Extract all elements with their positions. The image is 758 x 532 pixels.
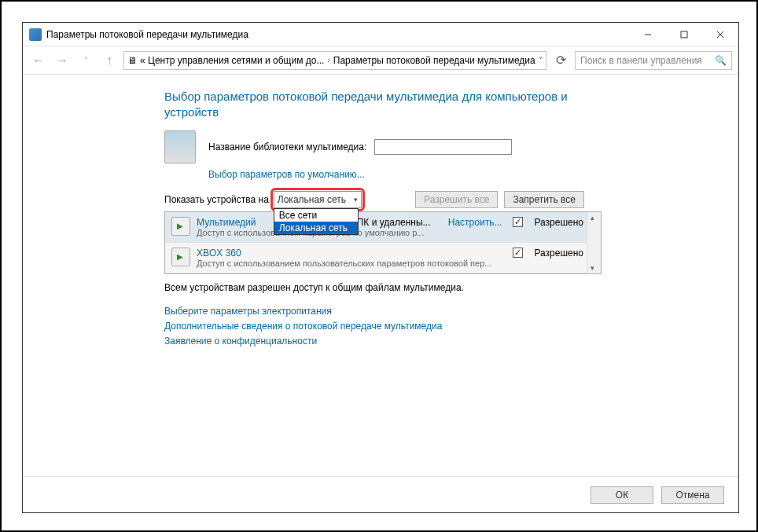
device-list: Мультимедийом ПК и удаленны... Доступ с …: [164, 211, 602, 274]
combo-option-all[interactable]: Все сети: [274, 209, 358, 222]
library-name-label: Название библиотеки мультимедиа:: [208, 141, 366, 152]
device-subtitle: Доступ с использованием пользовательских…: [197, 259, 506, 268]
network-combo-dropdown: Все сети Локальная сеть: [274, 208, 359, 235]
breadcrumb-1[interactable]: « Центр управления сетями и общим до...: [140, 55, 324, 66]
library-name-input[interactable]: [374, 139, 512, 155]
search-placeholder: Поиск в панели управления: [580, 55, 702, 66]
allowed-checkbox[interactable]: ✓: [513, 217, 523, 227]
allowed-label: Разрешено: [534, 217, 583, 228]
show-devices-label: Показать устройства на: [164, 194, 269, 205]
breadcrumb-2[interactable]: Параметры потоковой передачи мультимедиа: [333, 55, 535, 66]
device-title-link[interactable]: Мультимедий: [197, 217, 256, 228]
search-icon: 🔍: [715, 55, 727, 66]
content-area: Выбор параметров потоковой передачи муль…: [23, 75, 738, 476]
cancel-button[interactable]: Отмена: [661, 486, 724, 504]
page-heading: Выбор параметров потоковой передачи муль…: [164, 89, 605, 121]
forward-button[interactable]: →: [53, 51, 72, 70]
network-combo[interactable]: Локальная сеть ▾: [274, 191, 362, 208]
allowed-label: Разрешено: [534, 248, 583, 259]
recent-dropdown[interactable]: ˅: [76, 51, 95, 70]
ok-button[interactable]: ОК: [591, 486, 653, 504]
up-button[interactable]: ↑: [100, 51, 119, 70]
address-dropdown-icon[interactable]: ˅: [539, 56, 543, 64]
combo-option-local[interactable]: Локальная сеть: [274, 222, 358, 234]
maximize-button[interactable]: [666, 23, 702, 46]
app-icon: [29, 28, 42, 41]
defaults-link[interactable]: Выбор параметров по умолчанию...: [208, 169, 365, 180]
minimize-button[interactable]: [630, 23, 666, 46]
titlebar: Параметры потоковой передачи мультимедиа: [23, 23, 738, 46]
library-icon: [164, 130, 196, 163]
address-icon: 🖥: [127, 55, 137, 66]
breadcrumb-sep: ›: [327, 56, 329, 64]
summary-text: Всем устройствам разрешен доступ к общим…: [164, 282, 738, 293]
allow-all-button[interactable]: Разрешить все: [415, 191, 498, 208]
scrollbar[interactable]: [587, 212, 601, 273]
links-section: Выберите параметры электропитания Дополн…: [164, 304, 738, 350]
device-row-media[interactable]: Мультимедийом ПК и удаленны... Доступ с …: [165, 212, 601, 243]
more-info-link[interactable]: Дополнительные сведения о потоковой пере…: [164, 319, 738, 334]
svg-rect-1: [681, 31, 687, 38]
dialog-window: Параметры потоковой передачи мультимедиа…: [22, 22, 739, 513]
configure-link[interactable]: Настроить...: [448, 217, 502, 228]
deny-all-button[interactable]: Запретить все: [504, 191, 584, 208]
back-button[interactable]: ←: [29, 51, 48, 70]
dialog-footer: ОК Отмена: [23, 476, 738, 512]
device-icon: [171, 248, 190, 266]
privacy-link[interactable]: Заявление о конфиденциальности: [164, 334, 738, 349]
refresh-button[interactable]: ⟳: [551, 51, 570, 70]
search-input[interactable]: Поиск в панели управления 🔍: [575, 51, 732, 70]
allowed-checkbox[interactable]: ✓: [513, 248, 523, 258]
device-icon: [171, 217, 190, 236]
device-row-xbox[interactable]: XBOX 360 Доступ с использованием пользов…: [165, 243, 601, 273]
power-options-link[interactable]: Выберите параметры электропитания: [164, 304, 738, 319]
window-title: Параметры потоковой передачи мультимедиа: [46, 29, 630, 40]
toolbar: ← → ˅ ↑ 🖥 « Центр управления сетями и об…: [23, 46, 738, 75]
address-bar[interactable]: 🖥 « Центр управления сетями и общим до..…: [123, 51, 546, 70]
close-button[interactable]: [702, 23, 738, 46]
chevron-down-icon: ▾: [354, 196, 358, 204]
device-title-link[interactable]: XBOX 360: [197, 248, 241, 259]
combo-value: Локальная сеть: [278, 194, 346, 205]
